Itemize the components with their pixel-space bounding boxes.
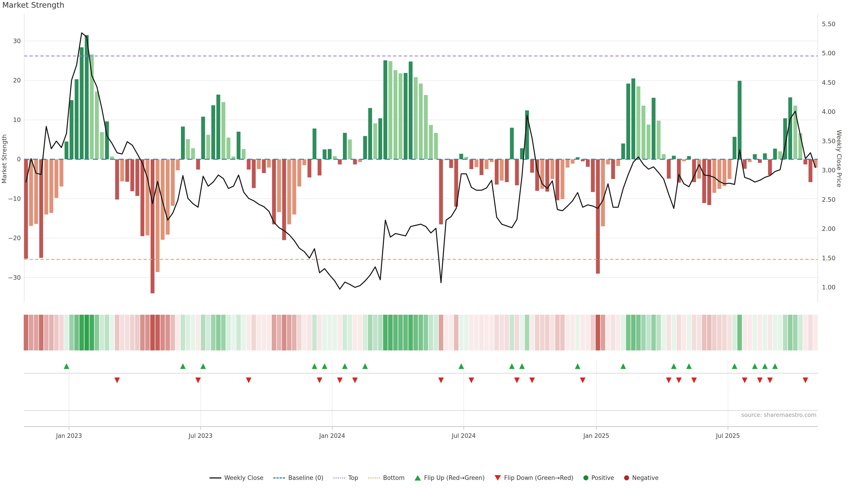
heatmap-cell [241,315,246,350]
heatmap-cell [287,315,291,350]
strength-bar [414,77,418,159]
flip-down-icon [676,378,682,383]
flip-down-icon [514,378,520,383]
dotted-line-icon [368,477,380,479]
heatmap-cell [631,315,636,350]
heatmap-cell [525,315,529,350]
heatmap-cell [570,315,575,350]
strength-bar [485,159,489,169]
heatmap-cell [348,315,352,350]
heatmap-cell [692,315,696,350]
right-tick-label: 1.50 [822,255,835,262]
strength-bar [216,95,220,159]
heatmap-cell [140,315,145,350]
flip-up-icon [686,363,692,369]
strength-bar [226,138,230,159]
flip-up-icon [620,363,626,369]
heatmap-cell [186,315,190,350]
strength-bar [773,149,777,159]
flip-down-icon [469,378,474,383]
heatmap-cell [459,315,464,350]
heatmap-cell [34,315,38,350]
heatmap-cell [418,315,423,350]
legend-item-weekly-close[interactable]: Weekly Close [210,475,264,481]
strength-bar [697,159,701,179]
strength-bar [161,159,164,240]
heatmap-cell [252,315,256,350]
heatmap-cell [327,315,332,350]
flip-up-icon [752,363,757,369]
flip-down-icon [742,378,747,383]
heatmap-cell [545,315,550,350]
legend-item-flip-down-green-red[interactable]: Flip Down (Green→Red) [495,475,573,481]
heatmap-cell [79,315,84,350]
heatmap-cell [105,315,109,350]
strength-bar [449,159,453,168]
legend-item-positive[interactable]: Positive [583,475,614,481]
heatmap-cell [94,315,99,350]
strength-bar [328,149,332,159]
strength-bar [394,70,397,159]
strength-bar [565,159,569,168]
heatmap-cell [576,315,580,350]
flip-down-icon [352,378,358,383]
strength-bar [662,154,666,159]
strength-bar [682,159,686,161]
right-tick-label: 4.00 [822,108,835,115]
heatmap-cell [333,315,337,350]
strength-bar [313,129,316,159]
flip-up-icon [362,363,368,369]
heatmap-cell [115,315,119,350]
heatmap-cell [646,315,651,350]
strength-bar [677,159,681,183]
heatmap-cell [621,315,625,350]
right-tick-label: 5.00 [822,50,835,57]
heatmap-cell [145,315,150,350]
strength-bar [171,159,175,206]
legend-item-negative[interactable]: Negative [624,475,659,481]
heatmap-cell [439,315,443,350]
flip-markers [24,363,818,383]
flip-down-icon [666,378,672,383]
right-tick-label: 2.00 [822,225,835,232]
heatmap-cell [581,315,585,350]
heatmap-cell [560,315,565,350]
flip-down-icon [317,378,322,383]
heatmap-cell [687,315,691,350]
strength-bar [606,159,610,164]
heatmap-cell [125,315,129,350]
left-tick-label: −30 [8,274,21,281]
heatmap-cell [591,315,595,350]
strength-bar [277,159,281,212]
strength-bar [809,159,812,182]
strength-bar [166,159,169,234]
strength-bar [201,117,205,159]
x-tick-label: Jul 2024 [452,432,476,439]
right-axis-ticks: 5.505.004.504.003.503.002.502.001.501.00 [822,21,835,291]
heatmap-cell [44,315,49,350]
heatmap-cell [221,315,225,350]
legend-item-bottom[interactable]: Bottom [368,475,405,481]
legend-item-baseline-0[interactable]: Baseline (0) [273,475,323,481]
strength-bar [55,159,58,198]
heatmap-cell [181,315,185,350]
x-tick-label: Jan 2024 [319,432,345,439]
heatmap-cell [110,315,114,350]
market-strength-chart: 3020100−10−20−305.505.004.504.003.503.00… [0,0,868,488]
strength-bar [125,159,129,182]
legend-item-flip-up-red-green[interactable]: Flip Up (Red→Green) [414,475,485,481]
source-note: source: sharemaestro.com [741,412,817,418]
left-axis-ticks: 3020100−10−20−30 [8,37,21,281]
heatmap-cell [150,315,155,350]
x-tick-label: Jan 2025 [583,432,610,439]
heatmap-cell [191,315,195,350]
strength-bar [115,159,119,199]
strength-bar [348,140,352,159]
flip-up-icon [322,363,327,369]
strength-bar [368,108,372,159]
heatmap-cell [155,315,160,350]
strength-bar [65,141,68,159]
circle-icon [583,475,588,480]
strength-bar [591,159,595,192]
legend-item-top[interactable]: Top [333,475,358,481]
